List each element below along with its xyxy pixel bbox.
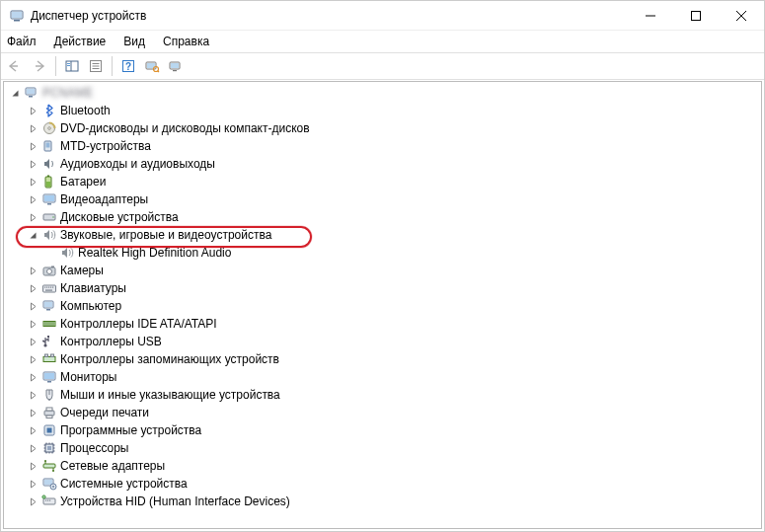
svg-rect-22	[171, 63, 179, 68]
mtd-icon	[41, 138, 57, 154]
category-label: Устройства HID (Human Interface Devices)	[60, 494, 298, 508]
tree-root[interactable]: PCNAME	[4, 84, 761, 102]
menu-view[interactable]: Вид	[123, 35, 145, 48]
minimize-button[interactable]	[628, 1, 673, 31]
svg-rect-9	[67, 63, 70, 64]
scan-hardware-button[interactable]	[141, 55, 163, 77]
category-label: Мыши и иные указывающие устройства	[60, 388, 288, 402]
svg-rect-23	[173, 70, 177, 71]
menu-file[interactable]: Файл	[7, 35, 37, 48]
print-queue-icon	[41, 405, 57, 420]
svg-rect-90	[44, 480, 52, 485]
expander-icon[interactable]	[26, 370, 39, 384]
category-monitors[interactable]: Мониторы	[4, 368, 761, 386]
keyboards-icon	[41, 280, 57, 296]
expander-icon[interactable]	[8, 86, 22, 100]
expander-icon[interactable]	[26, 139, 39, 153]
expander-icon[interactable]	[26, 281, 39, 295]
computer-icon	[41, 298, 57, 314]
expander-icon[interactable]	[26, 121, 39, 135]
batteries-icon	[41, 174, 57, 190]
expander-icon[interactable]	[26, 157, 39, 171]
svg-rect-58	[43, 357, 55, 362]
toolbar: ?	[1, 52, 764, 80]
category-keyboards[interactable]: Клавиатуры	[4, 279, 761, 297]
category-cameras[interactable]: Камеры	[4, 262, 761, 279]
category-label: Дисковые устройства	[60, 210, 187, 224]
menu-help[interactable]: Справка	[163, 35, 209, 48]
add-legacy-hardware-button[interactable]	[165, 55, 187, 77]
maximize-button[interactable]	[673, 1, 719, 31]
toolbar-separator	[112, 56, 113, 76]
svg-rect-50	[44, 302, 52, 307]
expander-icon[interactable]	[26, 228, 39, 242]
help-button[interactable]: ?	[117, 55, 139, 77]
svg-rect-10	[67, 65, 70, 66]
category-software[interactable]: Программные устройства	[4, 421, 761, 439]
category-storage-ctl[interactable]: Контроллеры запоминающих устройств	[4, 350, 761, 368]
show-hide-console-button[interactable]	[61, 55, 83, 77]
expander-icon[interactable]	[26, 406, 39, 419]
network-icon	[41, 458, 57, 474]
expander-icon[interactable]	[26, 192, 39, 206]
category-label: Камеры	[60, 264, 112, 277]
svg-rect-56	[47, 336, 49, 338]
expander-icon[interactable]	[26, 477, 39, 491]
expander-icon[interactable]	[26, 104, 39, 117]
expander-icon[interactable]	[26, 175, 39, 189]
bluetooth-icon	[41, 103, 57, 118]
category-bluetooth[interactable]: Bluetooth	[4, 102, 761, 119]
category-hid[interactable]: Устройства HID (Human Interface Devices)	[4, 493, 761, 510]
device-tree[interactable]: PCNAME Bluetooth DVD-дисководы и дисково…	[3, 81, 762, 529]
svg-rect-4	[692, 11, 701, 20]
back-button[interactable]	[5, 55, 27, 77]
expander-icon[interactable]	[26, 335, 39, 348]
device-label: Realtek High Definition Audio	[78, 246, 239, 260]
category-label: Батареи	[60, 175, 114, 189]
menubar: Файл Действие Вид Справка	[1, 31, 764, 52]
category-label: Звуковые, игровые и видеоустройства	[60, 228, 279, 242]
expander-icon[interactable]	[26, 264, 39, 277]
svg-rect-26	[29, 96, 33, 98]
svg-rect-96	[49, 500, 50, 501]
device-realtek[interactable]: Realtek High Definition Audio	[4, 244, 761, 262]
svg-rect-2	[12, 12, 22, 18]
category-usb[interactable]: Контроллеры USB	[4, 333, 761, 350]
processors-icon	[41, 440, 57, 456]
svg-rect-51	[46, 309, 50, 311]
category-disk[interactable]: Дисковые устройства	[4, 208, 761, 226]
category-audio-io[interactable]: Аудиовходы и аудиовыходы	[4, 155, 761, 173]
menu-action[interactable]: Действие	[54, 35, 107, 48]
close-button[interactable]	[719, 1, 764, 31]
category-mtd[interactable]: MTD-устройства	[4, 137, 761, 155]
expander-icon[interactable]	[26, 494, 39, 508]
svg-text:?: ?	[125, 61, 131, 72]
category-batteries[interactable]: Батареи	[4, 173, 761, 190]
properties-button[interactable]	[85, 55, 107, 77]
expander-icon[interactable]	[26, 423, 39, 437]
category-dvd[interactable]: DVD-дисководы и дисководы компакт-дисков	[4, 119, 761, 137]
expander-icon[interactable]	[26, 388, 39, 402]
svg-rect-52	[43, 322, 55, 327]
expander-icon[interactable]	[26, 352, 39, 366]
category-display[interactable]: Видеоадаптеры	[4, 190, 761, 208]
category-ide[interactable]: Контроллеры IDE ATA/ATAPI	[4, 315, 761, 333]
category-processors[interactable]: Процессоры	[4, 439, 761, 457]
category-mice[interactable]: Мыши и иные указывающие устройства	[4, 386, 761, 404]
expander-icon[interactable]	[26, 210, 39, 224]
category-system[interactable]: Системные устройства	[4, 475, 761, 493]
expander-icon[interactable]	[26, 441, 39, 455]
svg-rect-1	[14, 20, 20, 22]
expander-icon[interactable]	[26, 459, 39, 473]
category-network[interactable]: Сетевые адаптеры	[4, 457, 761, 475]
category-print-queue[interactable]: Очереди печати	[4, 404, 761, 421]
category-computer[interactable]: Компьютер	[4, 297, 761, 315]
expander-icon[interactable]	[26, 317, 39, 331]
category-label: Компьютер	[60, 299, 129, 313]
svg-point-97	[42, 495, 45, 498]
expander-icon[interactable]	[26, 299, 39, 313]
audio-io-icon	[41, 156, 57, 172]
forward-button[interactable]	[29, 55, 50, 77]
category-sound[interactable]: Звуковые, игровые и видеоустройства	[4, 226, 761, 244]
software-icon	[41, 422, 57, 438]
